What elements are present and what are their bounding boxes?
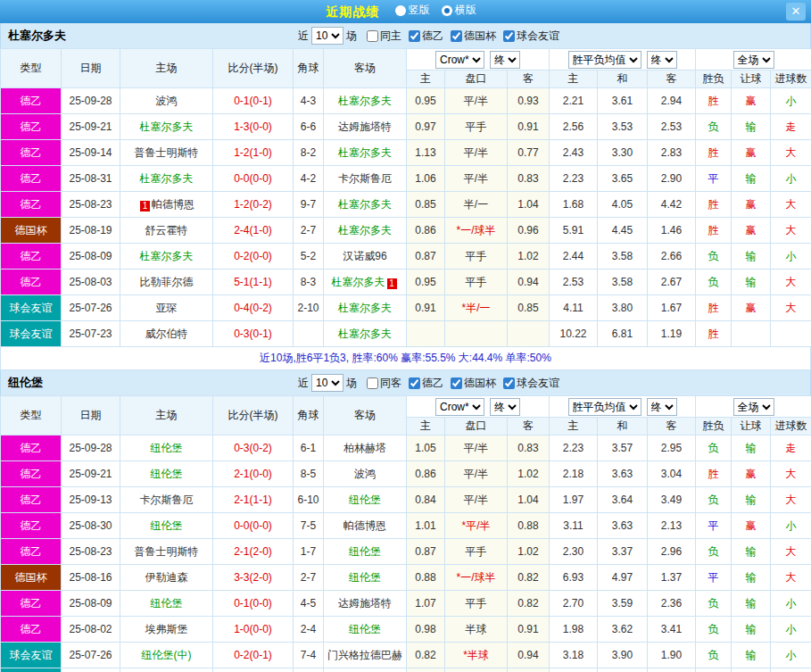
goals-result <box>771 321 811 347</box>
eu-draw-odds: 3.59 <box>598 591 648 617</box>
handicap-result: 输 <box>732 166 771 192</box>
away-team-cell: 波鸿 <box>324 461 407 487</box>
match-count-select[interactable]: 10 <box>311 27 343 45</box>
match-result: 负 <box>696 487 732 513</box>
corner-score: 6-1 <box>294 436 324 461</box>
eu-draw-odds: 4.97 <box>598 565 648 591</box>
away-team-label: 杜塞尔多夫 <box>338 224 392 236</box>
layout-horizontal-option[interactable]: 横版 <box>442 3 476 18</box>
asian-final-select[interactable]: 终 <box>490 398 520 416</box>
ah-line: 平/半 <box>445 461 508 487</box>
eu-away-odds: 4.42 <box>648 192 696 218</box>
same-home-checkbox[interactable]: 同主 <box>367 29 401 44</box>
handicap-result: 输 <box>732 643 771 668</box>
home-team-label: 威尔伯特 <box>145 328 188 340</box>
eu-away-odds: 2.36 <box>648 591 696 617</box>
league-filter-dfb-pokal[interactable]: 德国杯 <box>451 376 496 391</box>
euro-odds-group-header: 胜平负均值 终 <box>550 49 696 71</box>
league-filter-bundesliga2[interactable]: 德乙 <box>409 29 443 44</box>
layout-vertical-option[interactable]: 竖版 <box>395 3 430 18</box>
home-team-label: 帕德博恩 <box>152 198 194 211</box>
home-team-cell: 纽伦堡(中) <box>120 643 213 668</box>
euro-final-select[interactable]: 终 <box>647 398 677 416</box>
away-team-cell: 比勒菲尔德 <box>324 668 407 672</box>
col-header-type: 类型 <box>1 396 62 436</box>
col-header-score: 比分(半场) <box>213 49 294 88</box>
games-label: 场 <box>346 376 357 391</box>
match-result: 平 <box>696 166 732 192</box>
same-away-checkbox[interactable]: 同客 <box>367 376 401 391</box>
match-row: 球会友谊25-07-26纽伦堡(中)0-2(0-1)7-4门兴格拉德巴赫0.82… <box>1 643 811 668</box>
ah-home-odds <box>407 321 445 347</box>
eu-away-odds: 2.96 <box>648 539 696 565</box>
league-filter-friendly-input[interactable] <box>503 377 515 389</box>
ah-home-odds: 0.98 <box>407 617 445 643</box>
match-result: 负 <box>696 114 732 140</box>
goals-result: 大 <box>771 539 811 565</box>
euro-odds-group-header: 胜平负均值 终 <box>550 396 696 418</box>
league-filter-bundesliga2[interactable]: 德乙 <box>409 376 443 391</box>
away-team-label: 门兴格拉德巴赫 <box>327 649 402 661</box>
away-team-cell: 杜塞尔多夫1 <box>324 270 407 295</box>
away-team-label: 纽伦堡 <box>349 623 381 635</box>
match-row: 球会友谊25-07-23威尔伯特0-3(0-1)杜塞尔多夫10.226.811.… <box>1 321 811 347</box>
corner-score: 2-7 <box>294 565 324 591</box>
radio-selected-icon <box>442 5 452 16</box>
home-team-label: 纽伦堡 <box>151 442 183 454</box>
bookmaker-select[interactable]: Crow* <box>435 398 484 416</box>
handicap-result: 赢 <box>732 461 771 487</box>
eu-away-odds: 1.37 <box>648 565 696 591</box>
home-team-label: 波鸿 <box>156 95 178 107</box>
league-filter-dfb-pokal-input[interactable] <box>451 377 462 389</box>
same-away-checkbox-input[interactable] <box>367 377 378 389</box>
home-team-cell: 纽伦堡 <box>120 513 213 539</box>
ah-home-odds: 1.07 <box>407 591 445 617</box>
euro-average-select[interactable]: 胜平负均值 <box>568 51 641 69</box>
home-team-label: 杜塞尔多夫 <box>140 172 194 185</box>
match-date: 25-09-14 <box>62 140 120 166</box>
asian-odds-group-header: Crow* 终 <box>407 49 550 71</box>
radio-unselected-icon <box>395 5 406 16</box>
league-filter-dfb-pokal-label: 德国杯 <box>464 29 496 44</box>
match-score: 0-2(0-0) <box>213 244 294 270</box>
goals-result: 小 <box>771 513 811 539</box>
league-filter-friendly[interactable]: 球会友谊 <box>503 376 559 391</box>
col-header-home: 主场 <box>120 49 213 88</box>
match-result: 负 <box>696 244 732 270</box>
corner-score: 8-5 <box>294 461 324 487</box>
match-result: 负 <box>696 539 732 565</box>
league-badge: 德乙 <box>1 539 62 565</box>
asian-final-select[interactable]: 终 <box>490 51 520 69</box>
corner-score: 6-6 <box>294 114 324 140</box>
corner-score: 0-0 <box>294 668 324 672</box>
league-filter-friendly-input[interactable] <box>503 30 515 42</box>
scope-select[interactable]: 全场 <box>733 51 774 69</box>
bookmaker-select[interactable]: Crow* <box>435 51 484 69</box>
euro-average-select[interactable]: 胜平负均值 <box>568 398 641 416</box>
scope-select[interactable]: 全场 <box>733 398 774 416</box>
close-icon[interactable]: ✕ <box>786 3 806 21</box>
away-team-label: 杜塞尔多夫 <box>332 276 385 288</box>
league-filter-friendly[interactable]: 球会友谊 <box>503 29 559 44</box>
away-team-label: 杜塞尔多夫 <box>338 302 392 314</box>
home-team-label: 纽伦堡 <box>151 597 183 610</box>
match-count-select[interactable]: 10 <box>311 374 343 392</box>
match-row: 德乙25-08-23普鲁士明斯特2-1(2-0)1-7纽伦堡0.87平手1.02… <box>1 539 811 565</box>
same-home-checkbox-input[interactable] <box>367 30 378 42</box>
league-filter-bundesliga2-input[interactable] <box>409 377 420 389</box>
euro-final-select[interactable]: 终 <box>647 51 677 69</box>
red-card-badge: 1 <box>387 278 397 289</box>
league-filter-bundesliga2-input[interactable] <box>409 30 420 42</box>
ah-away-odds: 0.94 <box>508 643 550 668</box>
away-team-label: 杜塞尔多夫 <box>338 328 392 340</box>
ah-home-odds: 1.05 <box>407 436 445 461</box>
match-score: 1-3(0-0) <box>213 114 294 140</box>
goals-result: 大 <box>771 461 811 487</box>
home-team-label: 杜塞尔多夫 <box>140 120 194 133</box>
match-date: 25-08-31 <box>62 166 120 192</box>
eu-home-odds: 2.30 <box>550 539 598 565</box>
home-team-label: 埃弗斯堡 <box>145 623 188 635</box>
league-filter-dfb-pokal-input[interactable] <box>451 30 462 42</box>
away-team-label: 卡尔斯鲁厄 <box>338 172 392 185</box>
league-filter-dfb-pokal[interactable]: 德国杯 <box>451 29 496 44</box>
